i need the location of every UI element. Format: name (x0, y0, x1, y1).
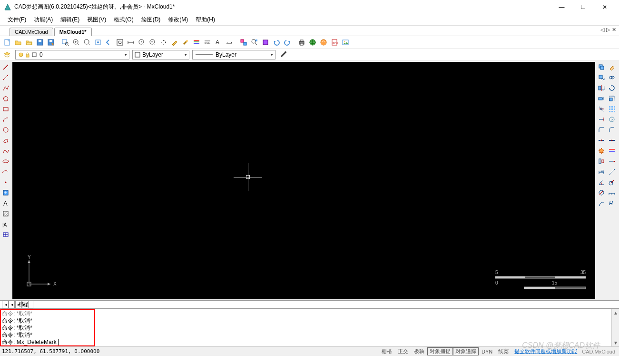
cloud-icon[interactable] (318, 37, 329, 48)
revcloud-icon[interactable] (0, 135, 11, 146)
extend-icon[interactable] (596, 114, 607, 125)
linetype-dropdown[interactable]: ByLayer ▾ (192, 50, 275, 59)
menu-view[interactable]: 视图(V) (83, 15, 110, 25)
scale-icon[interactable] (607, 93, 617, 104)
dim-style-icon[interactable] (224, 37, 235, 48)
menu-modify[interactable]: 修改(M) (164, 15, 192, 25)
close-button[interactable]: ✕ (594, 0, 615, 14)
properties-icon[interactable] (169, 37, 180, 48)
break-icon[interactable] (596, 135, 607, 146)
dim-aligned-icon[interactable] (607, 167, 617, 177)
array-icon[interactable] (607, 104, 617, 114)
dim-linear-icon[interactable]: 10 (596, 167, 607, 177)
status-grid[interactable]: 栅格 (379, 348, 395, 355)
move-icon[interactable] (596, 72, 607, 83)
menu-file[interactable]: 文件(F) (4, 15, 30, 25)
zoom-extents-icon[interactable] (93, 37, 103, 48)
polygon-icon[interactable] (0, 93, 11, 104)
menu-help[interactable]: 帮助(H) (192, 15, 219, 25)
zoom-dynamic-icon[interactable] (147, 37, 158, 48)
doc-tab-1[interactable]: MxCloud1* (54, 28, 92, 36)
drawing-canvas[interactable]: Y X 535 015 (12, 62, 595, 299)
feedback-link[interactable]: 提交软件问题或增加新功能 (511, 348, 580, 355)
status-lwt[interactable]: 线宽 (495, 348, 511, 355)
status-osnap[interactable]: 对象捕捉 (427, 347, 453, 355)
layer-dropdown[interactable]: 0 ▾ (15, 50, 129, 59)
ellipse-arc-icon[interactable] (0, 167, 11, 177)
rectangle-icon[interactable] (0, 104, 11, 114)
undo-icon[interactable] (271, 37, 282, 48)
construction-line-icon[interactable] (0, 72, 11, 83)
trim-icon[interactable] (596, 104, 607, 114)
zoom-previous-icon[interactable] (104, 37, 114, 48)
layers-manage-icon[interactable] (191, 37, 202, 48)
fillet-icon[interactable] (596, 125, 607, 135)
mirror-icon[interactable] (596, 83, 607, 93)
region-icon[interactable] (0, 229, 11, 240)
copy-icon[interactable] (596, 62, 607, 72)
save-icon[interactable] (35, 37, 45, 48)
layout-first-icon[interactable]: |◂ (2, 301, 9, 308)
dim-diameter-icon[interactable] (596, 187, 607, 198)
zoom-realtime-icon[interactable] (82, 37, 92, 48)
doc-tab-0[interactable]: CAD.MxCloud (10, 28, 53, 36)
text-icon[interactable]: A (0, 198, 11, 208)
lineweight-icon[interactable] (278, 49, 289, 60)
dim-continue-icon[interactable] (607, 187, 617, 198)
break-at-point-icon[interactable] (607, 135, 617, 146)
quick-select-icon[interactable] (249, 37, 260, 48)
zoom-center-icon[interactable] (137, 37, 147, 48)
status-ortho[interactable]: 正交 (395, 348, 411, 355)
pan-icon[interactable] (158, 37, 169, 48)
menu-edit[interactable]: 编辑(E) (57, 15, 83, 25)
new-file-icon[interactable] (2, 37, 12, 48)
chamfer-icon[interactable] (607, 125, 617, 135)
command-scrollbar[interactable] (611, 309, 619, 346)
layout-next-icon[interactable]: ▸ (15, 301, 22, 308)
tab-next-icon[interactable]: ▷ (606, 27, 610, 33)
erase-icon[interactable] (607, 62, 617, 72)
zoom-in-icon[interactable] (71, 37, 81, 48)
ellipse-icon[interactable] (0, 156, 11, 167)
hatch-icon[interactable] (0, 208, 11, 219)
lengthen-icon[interactable] (607, 156, 617, 167)
cloud-mark-icon[interactable] (607, 114, 617, 125)
status-dyn[interactable]: DYN (479, 349, 495, 354)
command-input-line[interactable]: 命令: Mx_DeleteMark (2, 339, 93, 346)
layer-properties-icon[interactable] (2, 49, 12, 60)
dim-radius-icon[interactable] (607, 177, 617, 187)
menu-function[interactable]: 功能(A) (30, 15, 57, 25)
spline-icon[interactable] (0, 146, 11, 156)
saveas-icon[interactable] (46, 37, 56, 48)
menu-draw[interactable]: 绘图(D) (138, 15, 165, 25)
join-icon[interactable] (607, 146, 617, 156)
line-icon[interactable] (0, 62, 11, 72)
status-otrack[interactable]: 对象追踪 (453, 347, 479, 355)
mtext-icon[interactable]: |A (0, 219, 11, 229)
polyline-icon[interactable] (0, 83, 11, 93)
linetype-icon[interactable] (202, 37, 213, 48)
layout-last-icon[interactable]: ▸| (22, 301, 29, 308)
layout-prev-icon[interactable]: ◂ (9, 301, 15, 308)
menu-format[interactable]: 格式(O) (110, 15, 137, 25)
block-insert-icon[interactable] (0, 187, 11, 198)
zoom-window-icon[interactable] (60, 37, 70, 48)
status-polar[interactable]: 极轴 (411, 348, 427, 355)
web-icon[interactable] (307, 37, 318, 48)
offset-icon[interactable] (607, 72, 617, 83)
zoom-all-icon[interactable] (115, 37, 125, 48)
color-dropdown[interactable]: ByLayer ▾ (132, 50, 189, 59)
arc-icon[interactable] (0, 114, 11, 125)
point-icon[interactable] (0, 177, 11, 187)
tab-prev-icon[interactable]: ◁ (600, 27, 604, 33)
maximize-button[interactable]: ☐ (572, 0, 594, 14)
redo-icon[interactable] (282, 37, 293, 48)
open-folder2-icon[interactable] (24, 37, 34, 48)
circle-icon[interactable] (0, 125, 11, 135)
image-icon[interactable] (340, 37, 351, 48)
dim-edit-icon[interactable]: H (607, 198, 617, 208)
leader-icon[interactable] (596, 198, 607, 208)
stretch-icon[interactable] (596, 93, 607, 104)
command-input[interactable]: Mx_DeleteMark (17, 339, 57, 346)
dim-angular-icon[interactable] (596, 177, 607, 187)
